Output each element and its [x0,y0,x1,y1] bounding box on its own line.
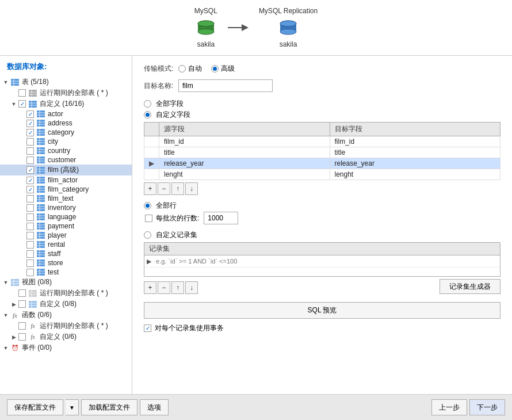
next-btn[interactable]: 下一步 [469,399,505,415]
all-tables-node[interactable]: 运行期间的全部表 ( * ) [0,87,132,98]
custom-funcs-checkbox[interactable] [18,333,26,341]
table-payment[interactable]: payment [0,222,132,231]
field-row-film-id[interactable]: film_id film_id [144,136,500,147]
svg-rect-29 [37,129,45,136]
all-rows-radio-dot[interactable] [144,202,151,209]
options-btn[interactable]: 选项 [140,399,169,415]
address-checkbox[interactable] [26,120,34,127]
actor-checkbox[interactable] [26,110,34,118]
field-row-release-year[interactable]: ▶ release_year release_year [144,158,500,169]
field-row-lenght[interactable]: lenght lenght [144,169,500,180]
up-recordset-btn[interactable]: ↑ [171,281,184,294]
table-player[interactable]: player [0,231,132,240]
custom-fields-radio-dot[interactable] [144,111,151,119]
table-actor[interactable]: actor [0,109,132,119]
prev-btn[interactable]: 上一步 [431,399,467,415]
all-tables-checkbox[interactable] [18,89,26,97]
recordset-input[interactable] [154,257,498,266]
advanced-radio[interactable]: 高级 [211,64,235,74]
functions-node-label: 函数 (0/6) [21,310,52,320]
custom-recordset-radio-dot[interactable] [144,231,151,239]
tables-root[interactable]: ▼ 表 (5/18) [0,77,132,87]
custom-tables-node[interactable]: ▼ 自定义 (16/16) [0,98,132,109]
add-recordset-btn[interactable]: + [144,281,156,294]
generator-btn[interactable]: 记录集生成器 [440,279,500,294]
category-checkbox[interactable] [26,129,34,136]
custom-fields-radio[interactable]: 自定义字段 [144,110,190,120]
down-field-btn[interactable]: ↓ [185,182,198,195]
table-film-text[interactable]: film_text [0,194,132,203]
table-test[interactable]: test [0,268,132,277]
table-customer[interactable]: customer [0,155,132,165]
batch-rows-input[interactable] [204,212,238,224]
film-text-checkbox[interactable] [26,195,34,203]
custom-tables-checkbox[interactable] [18,100,26,108]
payment-checkbox[interactable] [26,223,34,230]
custom-tables-toggle[interactable]: ▼ [10,101,17,108]
save-config-dropdown[interactable]: ▼ [66,399,79,415]
auto-radio-dot[interactable] [178,65,186,72]
svg-rect-73 [37,232,45,239]
auto-radio[interactable]: 自动 [178,64,202,74]
field-row-title[interactable]: title title [144,147,500,158]
events-root[interactable]: ▼ ⏰ 事件 (0/0) [0,342,132,353]
sql-preview-btn[interactable]: SQL 预览 [144,302,500,319]
svg-rect-49 [37,177,45,184]
player-checkbox[interactable] [26,232,34,239]
film-actor-checkbox[interactable] [26,177,34,184]
load-config-btn[interactable]: 加载配置文件 [81,399,137,415]
film-checkbox[interactable] [26,166,34,174]
all-fields-radio[interactable]: 全部字段 [144,99,184,109]
recordset-row[interactable]: ▶ [144,255,500,268]
svg-rect-13 [29,90,37,97]
table-country[interactable]: country [0,146,132,155]
test-checkbox[interactable] [26,269,34,276]
batch-rows-checkbox[interactable] [145,215,152,222]
all-funcs-checkbox[interactable] [18,322,26,330]
remove-recordset-btn[interactable]: − [158,281,170,294]
tree-container[interactable]: ▼ 表 (5/18) 运行期间的全部表 ( * ) [0,75,132,394]
custom-funcs-node[interactable]: ▶ fx 自定义 (0/6) [0,331,132,342]
table-category[interactable]: category [0,128,132,137]
table-staff[interactable]: staff [0,249,132,258]
target-db-label: sakila [280,40,297,48]
table-rental[interactable]: rental [0,240,132,249]
table-inventory[interactable]: inventory [0,203,132,212]
country-checkbox[interactable] [26,147,34,155]
remove-field-btn[interactable]: − [158,182,170,195]
tables-toggle[interactable]: ▼ [2,79,9,86]
customer-checkbox[interactable] [26,156,34,164]
custom-views-node[interactable]: ▶ 自定义 (0/8) [0,299,132,310]
table-language[interactable]: language [0,212,132,222]
advanced-radio-dot[interactable] [211,65,219,72]
custom-views-checkbox[interactable] [18,300,26,308]
staff-checkbox[interactable] [26,250,34,258]
save-config-btn[interactable]: 保存配置文件 [7,399,63,415]
custom-recordset-radio[interactable]: 自定义记录集 [144,230,197,240]
table-address[interactable]: address [0,119,132,128]
all-views-node[interactable]: 运行期间的全部表 ( * ) [0,288,132,299]
city-checkbox[interactable] [26,138,34,146]
functions-root[interactable]: ▼ fx 函数 (0/6) [0,310,132,320]
all-funcs-node[interactable]: fx 运行期间的全部表 ( * ) [0,320,132,331]
add-field-btn[interactable]: + [144,182,156,195]
table-film-actor[interactable]: film_actor [0,175,132,185]
store-checkbox[interactable] [26,259,34,267]
all-views-checkbox[interactable] [18,289,26,297]
down-recordset-btn[interactable]: ↓ [185,281,198,294]
language-checkbox[interactable] [26,213,34,221]
auto-radio-label: 自动 [188,64,202,74]
film-category-checkbox[interactable] [26,186,34,193]
target-name-input[interactable] [178,79,273,92]
rental-checkbox[interactable] [26,241,34,249]
table-film-category[interactable]: film_category [0,185,132,194]
all-fields-radio-dot[interactable] [144,100,151,108]
table-city[interactable]: city [0,137,132,146]
table-store[interactable]: store [0,258,132,268]
inventory-checkbox[interactable] [26,204,34,212]
up-field-btn[interactable]: ↑ [171,182,184,195]
table-film[interactable]: film (高级) [0,165,132,175]
transaction-checkbox[interactable] [144,324,151,332]
views-root[interactable]: ▼ 视图 (0/8) [0,277,132,288]
all-rows-radio[interactable]: 全部行 [144,201,177,211]
